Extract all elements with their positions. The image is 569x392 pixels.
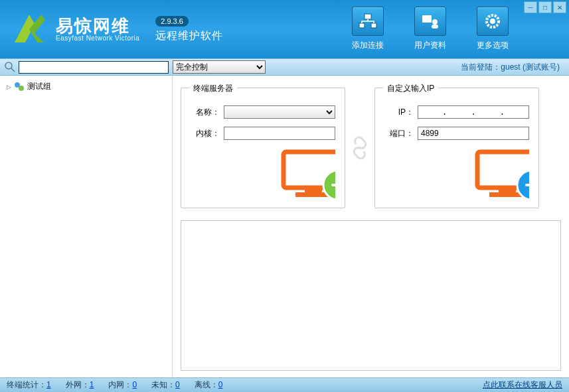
group-icon <box>14 82 25 92</box>
stat-offline: 离线：0 <box>195 379 223 391</box>
stat-total: 终端统计：1 <box>7 379 51 391</box>
ip-label: IP： <box>384 107 414 118</box>
name-label: 名称： <box>191 107 220 118</box>
search-toolbar: 完全控制 当前登陆：guest (测试账号) <box>0 58 569 76</box>
login-status: 当前登陆：guest (测试账号) <box>461 62 565 73</box>
search-icon <box>4 61 16 73</box>
svg-rect-0 <box>365 14 371 19</box>
tree-root-item[interactable]: ▷ 测试组 <box>3 80 169 94</box>
more-options-button[interactable]: 更多选项 <box>469 7 516 51</box>
search-input[interactable] <box>19 61 169 74</box>
app-name-en: Easyfast Network Victoria <box>56 34 139 42</box>
svg-rect-2 <box>371 23 376 28</box>
svg-rect-5 <box>432 25 438 29</box>
svg-point-11 <box>19 86 24 91</box>
app-header: 易惊网维 Easyfast Network Victoria 2.9.3.6 远… <box>0 0 569 58</box>
chevron-right-icon: ▷ <box>7 84 11 90</box>
app-tagline: 远程维护软件 <box>155 29 223 43</box>
main-content: 终端服务器 名称： 内核： <box>173 76 569 377</box>
user-profile-button[interactable]: 用户资料 <box>407 7 453 51</box>
user-card-icon <box>420 13 440 30</box>
stat-wan: 外网：1 <box>66 379 94 391</box>
link-icon <box>348 136 372 160</box>
svg-rect-3 <box>422 15 432 23</box>
version-badge: 2.9.3.6 <box>155 16 189 27</box>
connect-terminal-icon[interactable] <box>191 148 335 201</box>
app-name-cn: 易惊网维 <box>56 17 139 34</box>
network-icon <box>358 13 378 30</box>
log-textarea[interactable] <box>181 220 561 371</box>
logo-block: 易惊网维 Easyfast Network Victoria 2.9.3.6 远… <box>9 11 223 48</box>
logo-icon <box>9 11 49 48</box>
close-button[interactable]: ✕ <box>553 1 566 13</box>
status-bar: 终端统计：1 外网：1 内网：0 未知：0 离线：0 点此联系在线客服人员 <box>0 377 569 392</box>
svg-point-7 <box>490 19 495 24</box>
sidebar-tree: ▷ 测试组 <box>0 76 173 377</box>
gear-icon <box>483 12 503 31</box>
kernel-input[interactable] <box>224 127 335 140</box>
custom-ip-panel: 自定义输入IP IP： 端口： <box>374 88 539 208</box>
ip-input[interactable] <box>418 105 529 119</box>
svg-point-4 <box>432 19 438 25</box>
contact-support-link[interactable]: 点此联系在线客服人员 <box>483 379 562 391</box>
control-mode-select[interactable]: 完全控制 <box>173 60 266 74</box>
stat-lan: 内网：0 <box>108 379 137 391</box>
svg-point-8 <box>5 62 12 69</box>
svg-rect-17 <box>499 188 516 192</box>
port-input[interactable] <box>418 127 529 140</box>
terminal-server-panel: 终端服务器 名称： 内核： <box>181 88 345 208</box>
header-toolbar: 添加连接 用户资料 更多选项 <box>345 7 516 51</box>
stat-unknown: 未知：0 <box>151 379 180 391</box>
svg-rect-13 <box>305 188 322 192</box>
maximize-button[interactable]: □ <box>538 1 552 13</box>
minimize-button[interactable]: ─ <box>524 1 537 13</box>
svg-rect-1 <box>359 23 365 28</box>
add-connection-button[interactable]: 添加连接 <box>345 7 391 51</box>
port-label: 端口： <box>384 128 414 139</box>
window-controls: ─ □ ✕ <box>524 1 566 13</box>
terminal-name-select[interactable] <box>224 105 335 119</box>
svg-line-9 <box>11 68 15 72</box>
connect-ip-icon[interactable] <box>384 148 529 201</box>
kernel-label: 内核： <box>191 128 220 139</box>
